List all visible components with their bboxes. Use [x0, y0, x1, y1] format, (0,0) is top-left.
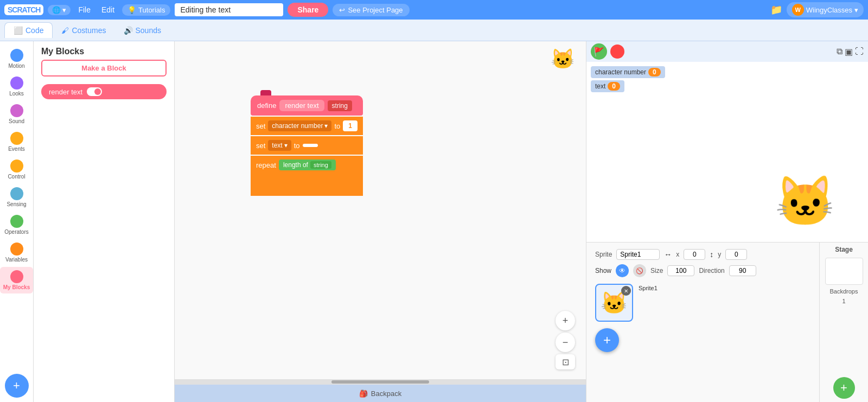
y-label: y [718, 251, 721, 258]
canvas-area[interactable]: 🐱 define render text string set characte… [175, 41, 586, 402]
sidebar-item-events[interactable]: Events [0, 129, 33, 155]
text-dropdown-chevron: ▾ [284, 142, 288, 149]
sprite-props-row-2: Show 👁 🚫 Size Direction [591, 262, 815, 279]
size-label: Size [650, 267, 663, 275]
see-project-icon: ↩ [339, 6, 345, 14]
show-label: Show [595, 267, 611, 275]
user-chevron: ▾ [854, 6, 858, 14]
language-button[interactable]: 🌐 ▾ [48, 5, 71, 15]
add-extension-button[interactable]: + [5, 374, 29, 398]
x-arrow-icon: ↔ [664, 250, 672, 259]
scratch-logo[interactable]: SCRATCH [4, 4, 43, 15]
make-a-block-button[interactable]: Make a Block [41, 60, 167, 76]
blocks-panel-header: My Blocks [34, 41, 174, 60]
char-number-value: 0 [648, 68, 661, 76]
user-menu[interactable]: W WiingyClasses ▾ [787, 2, 864, 17]
dropdown-chevron: ▾ [324, 122, 328, 130]
stage-section-header: Stage [835, 246, 853, 253]
sprite-label: Sprite [595, 251, 612, 258]
see-project-button[interactable]: ↩ See Project Page [333, 4, 409, 16]
costumes-tab-icon: 🖌 [61, 26, 69, 35]
hide-button[interactable]: 🚫 [633, 264, 646, 277]
sidebar-item-sensing[interactable]: Sensing [0, 184, 33, 210]
direction-input[interactable] [729, 265, 756, 276]
stage-cat: 🐱 [775, 177, 835, 226]
plus-icon: + [13, 379, 20, 393]
backdrops-count: 1 [842, 298, 845, 304]
sidebar-item-operators[interactable]: Operators [0, 212, 33, 238]
sidebar-item-sound[interactable]: Sound [0, 101, 33, 127]
sidebar-item-variables[interactable]: Variables [0, 239, 33, 266]
tutorials-button[interactable]: 💡 Tutorials [122, 4, 170, 16]
sounds-tab-icon: 🔊 [124, 26, 133, 35]
sidebar-item-motion[interactable]: Motion [0, 46, 33, 72]
text-value: 0 [608, 82, 620, 91]
x-label: x [676, 251, 679, 258]
normal-stage-button[interactable]: ▣ [845, 47, 853, 57]
sidebar: Motion Looks Sound Events Control Sensin… [0, 41, 34, 402]
to-label-2: to [294, 142, 300, 150]
looks-dot [10, 76, 23, 90]
empty-oval [303, 144, 318, 147]
sprite-props-row-1: Sprite ↔ x ↕ y [591, 247, 815, 262]
render-text-pill: render text [279, 100, 324, 111]
show-button[interactable]: 👁 [616, 264, 629, 277]
sidebar-item-looks[interactable]: Looks [0, 73, 33, 100]
code-blocks-stack[interactable]: define render text string set character … [251, 95, 363, 196]
char-num-dropdown[interactable]: character number ▾ [268, 120, 331, 131]
topbar: SCRATCH 🌐 ▾ File Edit 💡 Tutorials Share … [0, 0, 868, 20]
control-dot [10, 159, 23, 173]
zoom-out-button[interactable]: − [556, 333, 575, 352]
sprite-list: Sprite ↔ x ↕ y Show 👁 🚫 Size Directio [586, 242, 868, 402]
set-char-num-block[interactable]: set character number ▾ to 1 [251, 117, 363, 135]
tutorials-icon: 💡 [127, 6, 136, 14]
define-block[interactable]: define render text string [251, 95, 363, 116]
sidebar-item-control[interactable]: Control [0, 156, 33, 183]
toggle-oval [87, 87, 102, 96]
value-1-pill: 1 [343, 120, 358, 131]
folder-icon[interactable]: 📁 [770, 4, 782, 16]
project-name-input[interactable] [175, 3, 283, 16]
add-backdrop-button[interactable]: + [833, 377, 855, 399]
repeat-header: repeat length of string [251, 156, 363, 174]
zoom-in-button[interactable]: + [556, 311, 575, 330]
y-arrow-icon: ↕ [710, 250, 713, 259]
fullscreen-button[interactable]: ⛶ [855, 47, 864, 56]
myblocks-dot [10, 270, 23, 283]
shrink-stage-button[interactable]: ⧉ [837, 47, 843, 56]
add-sprite-area: + [595, 328, 622, 355]
tab-sounds[interactable]: 🔊 Sounds [115, 23, 170, 38]
text-dropdown[interactable]: text ▾ [268, 140, 291, 151]
render-text-block[interactable]: render text [41, 84, 167, 99]
user-avatar: W [792, 4, 804, 16]
size-input[interactable] [667, 265, 694, 276]
file-menu[interactable]: File [75, 5, 94, 14]
sidebar-item-myblocks[interactable]: My Blocks [0, 267, 33, 293]
sprite1-delete-button[interactable]: ✕ [621, 286, 631, 296]
repeat-block[interactable]: repeat length of string [251, 156, 363, 196]
canvas-scrollbar[interactable] [175, 379, 586, 385]
green-flag-button[interactable]: 🚩 [591, 43, 607, 60]
x-input[interactable] [684, 249, 705, 260]
length-of-pill: length of string [279, 159, 336, 170]
stage-thumb[interactable] [825, 258, 863, 285]
share-button[interactable]: Share [288, 3, 328, 17]
add-sprite-button[interactable]: + [595, 328, 619, 352]
tab-code[interactable]: ⬜ Code [4, 22, 53, 38]
tabs-row: ⬜ Code 🖌 Costumes 🔊 Sounds [0, 20, 868, 41]
zoom-fit-button[interactable]: ⊡ [556, 354, 575, 369]
string-pill: string [328, 100, 352, 111]
backpack-bar[interactable]: 🎒 Backpack [175, 385, 586, 402]
y-input[interactable] [725, 249, 747, 260]
globe-chevron: ▾ [62, 6, 66, 14]
set-text-block[interactable]: set text ▾ to [251, 136, 363, 155]
blocks-panel: My Blocks Make a Block render text [34, 41, 175, 402]
backdrops-label: Backdrops [830, 288, 858, 295]
set-label-2: set [256, 142, 265, 150]
stop-button[interactable] [610, 44, 624, 59]
edit-menu[interactable]: Edit [98, 5, 118, 14]
tab-costumes[interactable]: 🖌 Costumes [53, 23, 114, 38]
sprite-name-input[interactable] [616, 249, 660, 260]
repeat-indent [261, 174, 363, 185]
sprite1-thumb[interactable]: 🐱 ✕ [595, 284, 633, 322]
